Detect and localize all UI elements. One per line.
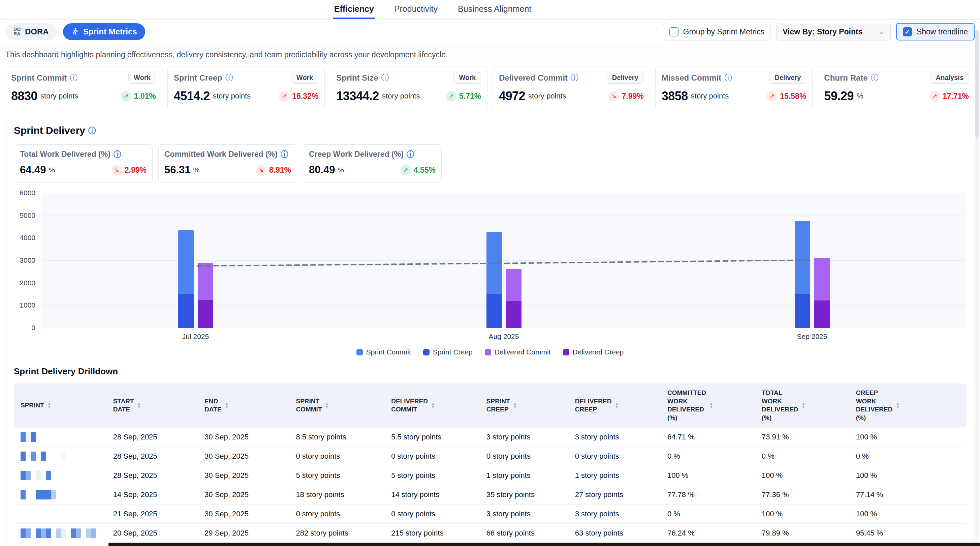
delivered-creep-segment [506, 301, 522, 328]
redaction-block [56, 528, 61, 538]
column-header-delivered-commit[interactable]: DELIVEREDCOMMIT▲▼ [387, 383, 482, 428]
column-header-inner: TOTALWORKDELIVERED(%)▲▼ [762, 389, 848, 422]
vertical-scrollbar[interactable] [975, 30, 979, 539]
column-header-sprint-creep[interactable]: SPRINTCREEP▲▼ [482, 383, 571, 428]
sort-icon[interactable]: ▲▼ [431, 402, 435, 409]
legend-swatch [563, 349, 570, 356]
sort-down-icon: ▼ [325, 406, 329, 409]
column-header-sprint[interactable]: SPRINT▲▼ [14, 383, 109, 428]
legend-label: Delivered Commit [495, 348, 551, 356]
column-header-inner: CREEPWORKDELIVERED(%)▲▼ [856, 389, 962, 422]
sprint-name-cell [14, 543, 109, 546]
sort-icon[interactable]: ▲▼ [325, 402, 329, 409]
start-cell: 14 Sep, 2025 [109, 485, 200, 504]
view-by-select[interactable]: View By: Story Points ⌄ [776, 23, 891, 40]
column-header-total-work-delivered[interactable]: TOTALWORKDELIVERED(%)▲▼ [758, 383, 852, 428]
info-icon[interactable]: ⓘ [113, 150, 121, 158]
sprint-delivery-chart: 0100020003000400050006000 Jul 2025Aug 20… [14, 193, 966, 341]
sprint-metrics-toggle-button[interactable]: Sprint Metrics [63, 23, 145, 40]
metric-value: 59.29 [824, 89, 854, 103]
info-icon[interactable]: ⓘ [281, 150, 288, 158]
delivered-commit-cell: 5.5 story points [387, 428, 482, 447]
info-icon[interactable]: ⓘ [724, 74, 732, 81]
bar-group-jul-2025 [41, 193, 350, 328]
info-icon[interactable]: ⓘ [88, 127, 96, 134]
header-line: (%) [856, 414, 893, 422]
column-header-committed-work-delivered[interactable]: COMMITTEDWORKDELIVERED(%)▲▼ [663, 383, 758, 428]
tab-business-alignment[interactable]: Business Alignment [457, 0, 533, 19]
legend-label: Delivered Creep [573, 348, 624, 356]
subcard-total-work-delivered: Total Work Delivered (%)ⓘ64.49%↘2.99% [14, 144, 153, 183]
metric-card-sprint-commit: Sprint CommitⓘWork8830story points↗1.01% [5, 66, 162, 110]
info-icon[interactable]: ⓘ [571, 74, 578, 81]
legend-item-delivered-creep[interactable]: Delivered Creep [563, 348, 624, 356]
delivered-stacked-bar [198, 263, 213, 328]
bar-group-aug-2025 [350, 193, 658, 328]
sort-icon[interactable]: ▲▼ [802, 402, 805, 409]
bar-group-sep-2025 [658, 193, 966, 328]
sort-icon[interactable]: ▲▼ [615, 402, 619, 409]
change-value: 16.32% [292, 92, 318, 101]
redaction-block [61, 452, 66, 461]
scrollbar-thumb[interactable] [975, 30, 979, 138]
start-cell: 28 Sep, 2025 [109, 447, 200, 466]
sprint-creep-cell: 66 story points [482, 524, 571, 543]
column-header-start-date[interactable]: STARTDATE▲▼ [109, 383, 200, 428]
delivered-commit-segment [198, 263, 213, 300]
redaction-block [36, 490, 41, 500]
column-header-inner: COMMITTEDWORKDELIVERED(%)▲▼ [667, 389, 754, 422]
bar-groups [41, 193, 966, 328]
metric-card-sprint-creep: Sprint CreepⓘWork4514.2story points↗16.3… [167, 66, 325, 110]
column-header-creep-work-delivered[interactable]: CREEPWORKDELIVERED(%)▲▼ [852, 383, 966, 428]
category-badge: Delivery [770, 72, 807, 84]
redacted-sprint-name [21, 433, 105, 442]
x-tick-label: Sep 2025 [658, 332, 966, 341]
header-line: END [205, 397, 221, 406]
info-icon[interactable]: ⓘ [381, 74, 389, 81]
column-header-label: TOTALWORKDELIVERED(%) [762, 389, 799, 422]
header-line: DELIVERED [762, 406, 799, 414]
sort-icon[interactable]: ▲▼ [225, 402, 228, 409]
sprint-delivery-title: Sprint Delivery [14, 125, 85, 136]
legend-item-sprint-creep[interactable]: Sprint Creep [423, 348, 473, 356]
show-trendline-checkbox[interactable]: ✓ [903, 27, 912, 37]
redaction-block [46, 471, 51, 480]
legend-item-sprint-commit[interactable]: Sprint Commit [356, 348, 411, 356]
bar-pair [487, 231, 522, 328]
info-icon[interactable]: ⓘ [871, 74, 878, 81]
sprint-commit-cell: 0 story points [292, 447, 387, 466]
total-pct-cell: 100 % [758, 504, 852, 524]
sort-icon[interactable]: ▲▼ [514, 402, 517, 409]
sort-icon[interactable]: ▲▼ [48, 402, 51, 409]
metric-value: 13344.2 [336, 89, 379, 103]
tab-efficiency[interactable]: Efficiency [333, 0, 375, 19]
sprint-name-cell [14, 466, 109, 485]
info-icon[interactable]: ⓘ [225, 74, 233, 81]
info-icon[interactable]: ⓘ [407, 150, 414, 158]
committed-pct-cell: 100 % [663, 466, 758, 485]
sort-icon[interactable]: ▲▼ [137, 402, 141, 409]
legend-item-delivered-commit[interactable]: Delivered Commit [485, 348, 551, 356]
drilldown-table-head: SPRINT▲▼STARTDATE▲▼ENDDATE▲▼SPRINTCOMMIT… [14, 383, 966, 428]
column-header-delivered-creep[interactable]: DELIVEREDCREEP▲▼ [571, 383, 663, 428]
redaction-block [41, 490, 46, 500]
header-line: WORK [856, 397, 893, 406]
tab-productivity[interactable]: Productivity [393, 0, 439, 19]
total-pct-cell: 73.91 % [758, 428, 852, 447]
info-icon[interactable]: ⓘ [70, 74, 78, 81]
metric-value: 4514.2 [174, 89, 210, 103]
redaction-block [66, 528, 71, 538]
sprint-creep-cell: 3 story points [482, 504, 571, 524]
sort-icon[interactable]: ▲▼ [896, 402, 899, 409]
creep-pct-cell: 100 % [852, 504, 966, 524]
tab-list: EfficiencyProductivityBusiness Alignment [333, 0, 533, 19]
sort-icon[interactable]: ▲▼ [710, 402, 713, 409]
end-cell: 30 Sep, 2025 [200, 485, 292, 504]
total-pct-cell: 100 % [758, 466, 852, 485]
column-header-sprint-commit[interactable]: SPRINTCOMMIT▲▼ [292, 383, 387, 428]
bar-pair [178, 230, 213, 328]
group-by-checkbox[interactable] [670, 27, 678, 37]
dora-toggle-button[interactable]: DORA DORA [5, 23, 57, 40]
table-row: 28 Sep, 202530 Sep, 20255 story points5 … [14, 466, 966, 485]
column-header-end-date[interactable]: ENDDATE▲▼ [200, 383, 292, 428]
